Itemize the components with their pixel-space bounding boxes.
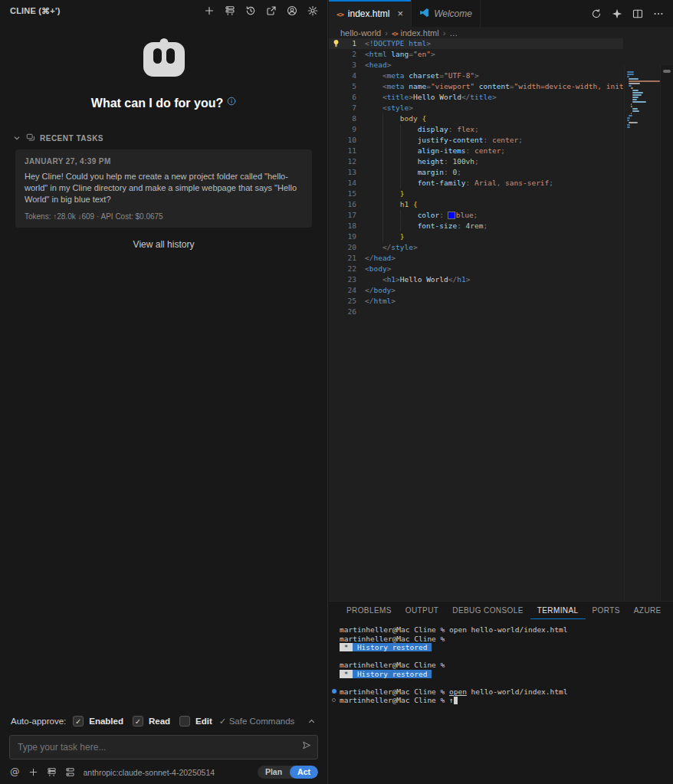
panel-tab-terminal[interactable]: TERMINAL [530,602,586,619]
code-token [365,179,418,187]
code-line[interactable]: 4 <meta charset="UTF-8"> [329,71,623,81]
minimap[interactable] [624,65,660,601]
indent-guide [382,231,383,242]
code-line[interactable]: 15 } [329,189,623,199]
auto-approve-option-edit[interactable]: Edit [179,716,212,727]
panel-tab-azure[interactable]: AZURE [627,602,668,619]
code-line[interactable]: 16 h1 { [329,199,623,210]
plan-mode-button[interactable]: Plan [258,766,290,779]
terminal[interactable]: martinheller@Mac Cline % open hello-worl… [329,619,673,705]
breadcrumb-item-hello-world[interactable]: hello-world [340,28,381,38]
breadcrumb-separator: › [443,28,446,38]
sparkle-icon[interactable] [612,8,622,19]
code-line[interactable]: 23 <h1>Hello World</h1> [329,274,623,285]
more-actions-icon[interactable] [653,8,664,19]
info-icon[interactable] [227,95,236,109]
history-icon[interactable] [244,4,258,18]
line-number: 13 [329,167,356,178]
panel-tab-problems[interactable]: PROBLEMS [340,602,399,619]
account-icon[interactable] [285,4,299,18]
editor-scrollbar[interactable] [660,65,673,601]
checkbox-unchecked-icon[interactable] [179,716,190,727]
robot-eye [166,48,175,64]
code-token: body [400,114,418,123]
code-line[interactable]: 5 <meta name="viewport" content="width=d… [329,81,623,92]
breadcrumb-item-index-html[interactable]: <>index.html [392,28,439,38]
editor-tab-index-html[interactable]: <>index.html× [329,0,412,27]
code-token: blue [456,211,474,219]
minimap-line [627,92,658,93]
close-icon[interactable]: × [398,8,404,19]
send-icon[interactable] [301,740,311,750]
code-token [365,136,418,144]
chevron-up-icon[interactable] [307,717,317,727]
code-line[interactable]: 2<html lang="en"> [329,49,623,60]
terminal-text: * [340,643,353,651]
code-line[interactable]: 11 align-items: center; [329,146,623,156]
code-editor[interactable]: 1<!DOCTYPE html>2<html lang="en">3<head>… [329,38,673,601]
code-line[interactable]: 20 </style> [329,242,623,253]
code-line[interactable]: 19 } [329,231,623,242]
code-line[interactable]: 24</body> [329,285,623,296]
new-task-icon[interactable] [202,4,216,18]
line-number: 2 [329,49,356,60]
code-line[interactable]: 1<!DOCTYPE html> [329,38,623,49]
checkbox-checked-icon[interactable]: ✓ [133,716,143,727]
minimap-line [627,101,658,103]
panel-tab-polyglot-notebook[interactable]: POLYGLOT NOTEBOOK [668,602,673,619]
code-line[interactable]: 18 font-size: 4rem; [329,221,623,231]
settings-icon[interactable] [306,4,320,18]
checkbox-checked-icon[interactable]: ✓ [73,716,84,727]
minimap-line [627,90,658,91]
recent-task-card[interactable]: JANUARY 27, 4:39 PM Hey Cline! Could you… [15,149,312,228]
code-line[interactable]: 6 <title>Hello World</title> [329,92,623,103]
split-editor-icon[interactable] [632,8,643,19]
code-line[interactable]: 9 display: flex; [329,124,623,135]
mention-context-icon[interactable]: @ [10,767,20,777]
panel-tab-output[interactable]: OUTPUT [399,602,446,619]
command-decoration-icon[interactable] [332,689,336,694]
code-token: 100vh [452,157,474,166]
breadcrumb-item-[interactable]: … [449,28,458,38]
panel-tab-debug-console[interactable]: DEBUG CONSOLE [445,602,530,619]
mcp-servers-icon[interactable] [223,4,237,18]
recent-tasks-header[interactable]: RECENT TASKS [12,133,317,143]
add-image-icon[interactable] [28,767,38,777]
command-decoration-icon[interactable] [332,698,336,702]
scrollbar-thumb[interactable] [663,70,671,73]
code-line[interactable]: 22<body> [329,264,623,274]
task-input[interactable] [9,735,318,759]
act-mode-button[interactable]: Act [290,766,318,779]
line-number: 15 [329,189,356,199]
code-line[interactable]: 13 margin: 0; [329,167,623,178]
code-line[interactable]: 8 body { [329,113,623,124]
code-line[interactable]: 10 justify-content: center; [329,135,623,146]
code-line[interactable]: 3<head> [329,60,623,71]
code-line[interactable]: 26 [329,307,623,317]
code-line[interactable]: 12 height: 100vh; [329,156,623,167]
code-line[interactable]: 7 <style> [329,103,623,113]
minimap-bar [627,76,629,77]
model-selector[interactable]: anthropic:claude-sonnet-4-20250514 [84,768,215,777]
code-line[interactable]: 25</html> [329,296,623,307]
code-token: ; [483,221,488,230]
code-token: { [422,114,426,123]
auto-approve-option-enabled[interactable]: ✓Enabled [73,716,123,727]
editor-tab-welcome[interactable]: Welcome [412,0,481,27]
refresh-icon[interactable] [591,8,602,19]
panel-tab-ports[interactable]: PORTS [586,602,627,619]
code-token: "width=device-width, initial-scale=1.0" [514,82,623,90]
auto-approve-option-read[interactable]: ✓Read [133,716,170,727]
remote-rack-icon[interactable] [65,767,75,777]
code-line[interactable]: 14 font-family: Arial, sans-serif; [329,178,623,189]
view-all-history-link[interactable]: View all history [0,239,327,250]
footer-icons: @ [10,767,75,777]
minimap-line [627,113,658,114]
mcp-servers-icon[interactable] [47,767,57,777]
code-line[interactable]: 17 color: blue; [329,210,623,221]
code-token: style [387,103,409,112]
code-line[interactable]: 21</head> [329,253,623,264]
auto-approve-bar: Auto-approve: ✓Enabled✓ReadEdit ✓ Safe C… [0,709,327,733]
open-in-editor-icon[interactable] [264,4,278,18]
terminal-text: martinheller@Mac Cline % [340,661,445,669]
